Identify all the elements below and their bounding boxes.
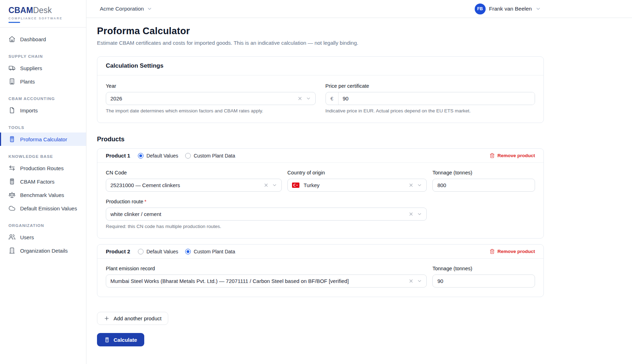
plant-emission-record-select[interactable]: Mumbai Steel Works (Bharat Metals Pvt. L…: [106, 274, 427, 288]
sidebar-item-label: Default Emission Values: [20, 205, 77, 211]
calculation-settings-card: Calculation Settings Year 2026 The impor…: [97, 56, 544, 123]
radio-unselected-icon: [138, 249, 144, 254]
tonnage-label: Tonnage (tonnes): [432, 170, 535, 175]
radio-label: Default Values: [146, 249, 178, 254]
product-2-body: Plant emission record Mumbai Steel Works…: [97, 259, 543, 297]
price-input[interactable]: [339, 92, 535, 105]
tonnage-input-product-1[interactable]: [432, 179, 535, 192]
clear-x-icon[interactable]: [408, 183, 414, 188]
year-select-value: 2026: [110, 95, 294, 101]
sidebar-item-users[interactable]: Users: [0, 230, 86, 244]
sidebar-item-imports[interactable]: Imports: [0, 104, 86, 117]
sidebar-section-knowledge-base: KNOWLEDGE BASE: [0, 146, 86, 161]
product-1-radio-custom-plant-data[interactable]: Custom Plant Data: [185, 153, 235, 159]
page-title: Proforma Calculator: [97, 26, 544, 37]
country-select[interactable]: Turkey: [287, 179, 427, 192]
clear-x-icon[interactable]: [408, 278, 414, 284]
radio-label: Custom Plant Data: [194, 249, 235, 254]
sidebar-item-plants[interactable]: Plants: [0, 75, 86, 88]
plant-emission-record-label: Plant emission record: [106, 266, 427, 271]
cn-code-select-value: 25231000 — Cement clinkers: [110, 182, 260, 188]
brand-name: CBAMDesk: [8, 6, 78, 15]
building-icon: [8, 247, 16, 254]
sidebar-item-label: CBAM Factors: [20, 179, 55, 185]
sidebar-section-cbam-accounting: CBAM ACCOUNTING: [0, 88, 86, 104]
radio-selected-icon: [138, 153, 144, 159]
add-product-button[interactable]: Add another product: [97, 312, 168, 325]
production-route-select-value: white clinker / cement: [110, 211, 405, 217]
sidebar-item-label: Imports: [20, 107, 38, 113]
chevron-down-icon: [147, 6, 152, 12]
calculate-button[interactable]: Calculate: [97, 333, 144, 346]
product-1-radio-default-values[interactable]: Default Values: [138, 153, 178, 159]
calculate-label: Calculate: [114, 337, 137, 343]
sidebar-item-cbam-factors[interactable]: CBAM Factors: [0, 175, 86, 188]
calculator-icon: [104, 337, 110, 343]
sidebar-item-dashboard[interactable]: Dashboard: [0, 32, 86, 46]
clear-x-icon[interactable]: [297, 96, 303, 101]
org-name: Acme Corporation: [100, 6, 144, 12]
product-1-header: Product 1 Default Values Custom Plant Da…: [97, 149, 543, 163]
sidebar-item-label: Users: [20, 234, 34, 240]
arrows-left-right-icon: [8, 165, 16, 172]
sidebar-item-production-routes[interactable]: Production Routes: [0, 161, 86, 175]
product-2-radio-custom-plant-data[interactable]: Custom Plant Data: [185, 249, 235, 254]
app-root: CBAMDesk COMPLIANCE SOFTWARE Dashboard S…: [0, 0, 632, 364]
org-switcher[interactable]: Acme Corporation: [100, 6, 152, 12]
cn-code-select[interactable]: 25231000 — Cement clinkers: [106, 179, 282, 192]
year-label: Year: [106, 83, 316, 89]
production-route-field: Production route* white clinker / cement…: [106, 199, 427, 229]
sidebar-item-label: Suppliers: [20, 65, 42, 71]
sidebar-item-benchmark-values[interactable]: Benchmark Values: [0, 188, 86, 202]
production-route-select[interactable]: white clinker / cement: [106, 208, 427, 221]
sidebar-item-suppliers[interactable]: Suppliers: [0, 61, 86, 75]
radio-unselected-icon: [185, 153, 191, 159]
radio-label: Default Values: [146, 153, 178, 159]
chevron-down-icon[interactable]: [306, 96, 311, 101]
price-input-group: €: [326, 92, 535, 105]
year-select[interactable]: 2026: [106, 92, 316, 105]
page-subtitle: Estimate CBAM certificates and costs for…: [97, 40, 544, 46]
brand-underline: [8, 22, 20, 23]
sidebar-item-organization-details[interactable]: Organization Details: [0, 244, 86, 257]
product-2-remove-button[interactable]: Remove product: [490, 249, 535, 254]
tonnage-input-product-2[interactable]: [432, 274, 535, 288]
avatar: FB: [475, 4, 486, 14]
chevron-down-icon[interactable]: [417, 278, 422, 284]
product-2-radio-default-values[interactable]: Default Values: [138, 249, 178, 254]
product-1-name: Product 1: [106, 153, 130, 159]
product-1-body: CN Code 25231000 — Cement clinkers Count…: [97, 163, 543, 238]
scales-icon: [8, 191, 16, 198]
chevron-down-icon[interactable]: [417, 183, 422, 188]
brand-tagline: COMPLIANCE SOFTWARE: [8, 17, 78, 20]
euro-prefix: €: [326, 92, 339, 105]
sidebar-item-proforma-calculator[interactable]: Proforma Calculator: [0, 132, 86, 146]
tonnage-label: Tonnage (tonnes): [432, 266, 535, 271]
users-icon: [8, 234, 16, 241]
main-content: Proforma Calculator Estimate CBAM certif…: [86, 18, 544, 346]
year-help-text: The import date determines which emissio…: [106, 108, 316, 113]
user-menu[interactable]: FB Frank van Beelen: [475, 4, 541, 14]
product-2-card: Product 2 Default Values Custom Plant Da…: [97, 244, 544, 297]
price-label: Price per certificate: [326, 83, 535, 89]
country-field: Country of origin Turkey: [287, 170, 427, 192]
plant-emission-record-field: Plant emission record Mumbai Steel Works…: [106, 266, 427, 288]
product-1-remove-button[interactable]: Remove product: [490, 153, 535, 158]
trash-icon: [490, 153, 495, 158]
production-route-label: Production route*: [106, 199, 427, 204]
sidebar-item-label: Production Routes: [20, 165, 63, 171]
clear-x-icon[interactable]: [408, 211, 414, 217]
sidebar-item-label: Dashboard: [20, 36, 46, 42]
plant-emission-record-select-value: Mumbai Steel Works (Bharat Metals Pvt. L…: [110, 278, 405, 284]
calculator-icon: [8, 178, 16, 185]
sidebar: CBAMDesk COMPLIANCE SOFTWARE Dashboard S…: [0, 0, 86, 364]
chevron-down-icon[interactable]: [272, 183, 277, 188]
required-asterisk: *: [144, 199, 146, 204]
sidebar-section-supply-chain: SUPPLY CHAIN: [0, 46, 86, 61]
clear-x-icon[interactable]: [263, 183, 269, 188]
sidebar-item-label: Plants: [20, 79, 35, 85]
file-icon: [8, 107, 16, 114]
product-2-header: Product 2 Default Values Custom Plant Da…: [97, 245, 543, 259]
sidebar-item-default-emission-values[interactable]: Default Emission Values: [0, 202, 86, 215]
chevron-down-icon[interactable]: [417, 211, 422, 217]
